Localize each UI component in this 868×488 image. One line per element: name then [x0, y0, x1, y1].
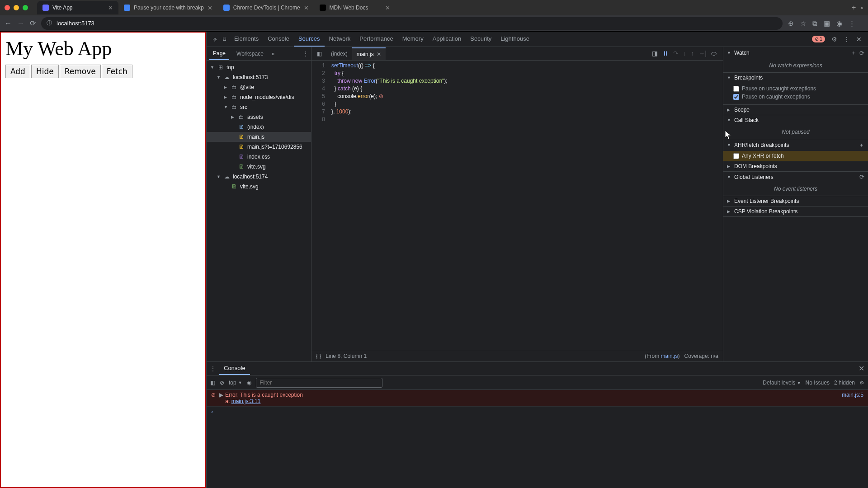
tree-row[interactable]: 🖹vite.svg: [207, 182, 311, 192]
reload-button[interactable]: ⟳: [30, 19, 36, 28]
panel-tab-application[interactable]: Application: [428, 32, 466, 47]
callstack-section-header[interactable]: ▼Call Stack: [723, 115, 868, 125]
xhr-breakpoints-header[interactable]: ▼XHR/fetch Breakpoints ＋: [723, 139, 868, 151]
step-into-button[interactable]: ↓: [683, 50, 686, 57]
close-devtools-icon[interactable]: ✕: [854, 33, 864, 46]
event-breakpoints-header[interactable]: ▶Event Listener Breakpoints: [723, 196, 868, 206]
step-out-button[interactable]: ↑: [691, 50, 694, 57]
step-button[interactable]: →|: [698, 50, 707, 57]
tree-row[interactable]: ▼🗀src: [207, 102, 311, 112]
tree-row[interactable]: ▼☁localhost:5174: [207, 172, 311, 182]
profile-icon[interactable]: ◉: [836, 19, 842, 28]
panel-tab-elements[interactable]: Elements: [230, 32, 263, 47]
toggle-navigator-icon[interactable]: ◧: [314, 51, 325, 57]
pause-uncaught-checkbox[interactable]: Pause on uncaught exceptions: [733, 84, 864, 93]
inspect-element-icon[interactable]: ⎆: [210, 33, 219, 46]
panel-tab-network[interactable]: Network: [325, 32, 355, 47]
tree-row[interactable]: 🖹index.css: [207, 152, 311, 162]
pretty-print-icon[interactable]: { }: [316, 353, 321, 359]
bookmark-icon[interactable]: ☆: [800, 19, 806, 28]
console-error-row[interactable]: ⊘ ▶Error: This is a caught exception at …: [207, 390, 868, 407]
tree-row[interactable]: 🖹vite.svg: [207, 162, 311, 172]
drawer-menu-icon[interactable]: ⋮: [210, 366, 216, 372]
new-tab-button[interactable]: +: [847, 4, 860, 12]
step-over-button[interactable]: ↷: [673, 50, 679, 57]
panel-tab-lighthouse[interactable]: Lighthouse: [496, 32, 534, 47]
close-tab-icon[interactable]: ✕: [108, 5, 113, 11]
tree-row[interactable]: 🖹main.js: [207, 132, 311, 142]
menu-icon[interactable]: ⋮: [849, 19, 855, 28]
panel-tab-performance[interactable]: Performance: [355, 32, 397, 47]
panel-tab-console[interactable]: Console: [263, 32, 294, 47]
live-expression-icon[interactable]: ◉: [247, 380, 251, 386]
scope-section-header[interactable]: ▶Scope: [723, 105, 868, 115]
panel-tab-sources[interactable]: Sources: [294, 32, 325, 47]
zoom-icon[interactable]: ⊕: [788, 19, 794, 28]
tree-row[interactable]: 🖹(index): [207, 122, 311, 132]
panel-tab-security[interactable]: Security: [466, 32, 496, 47]
editor-tab[interactable]: (index): [326, 47, 352, 60]
console-prompt[interactable]: ›: [207, 407, 868, 417]
clear-console-icon[interactable]: ⊘: [220, 380, 224, 386]
add-button[interactable]: Add: [5, 65, 30, 78]
console-tab[interactable]: Console: [219, 362, 250, 375]
refresh-watch-icon[interactable]: ⟳: [859, 50, 864, 56]
more-subtabs-icon[interactable]: »: [272, 51, 275, 57]
deactivate-breakpoints-button[interactable]: ⬭: [711, 50, 717, 57]
editor-tab[interactable]: main.js✕: [352, 47, 386, 60]
tree-row[interactable]: ▼⊞top: [207, 62, 311, 72]
stack-link[interactable]: main.js:3:11: [231, 398, 261, 404]
watch-section-header[interactable]: ▼Watch ＋ ⟳: [723, 47, 868, 59]
dom-breakpoints-header[interactable]: ▶DOM Breakpoints: [723, 161, 868, 171]
browser-tab[interactable]: Chrome DevTools | Chrome✕: [218, 1, 314, 14]
close-editor-tab-icon[interactable]: ✕: [377, 51, 381, 57]
address-bar[interactable]: ⓘ localhost:5173: [41, 17, 783, 30]
back-button[interactable]: ←: [5, 19, 12, 28]
close-tab-icon[interactable]: ✕: [304, 5, 309, 11]
sources-page-tab[interactable]: Page: [209, 47, 229, 60]
source-link[interactable]: main.js:5: [842, 392, 863, 398]
remove-button[interactable]: Remove: [60, 65, 101, 78]
close-tab-icon[interactable]: ✕: [208, 5, 212, 11]
close-drawer-icon[interactable]: ✕: [859, 364, 864, 373]
hide-button[interactable]: Hide: [31, 65, 59, 78]
browser-tab[interactable]: Pause your code with breakp✕: [118, 1, 218, 14]
sources-workspace-tab[interactable]: Workspace: [233, 48, 267, 60]
pause-script-button[interactable]: ⏸: [662, 50, 669, 57]
pause-caught-checkbox[interactable]: Pause on caught exceptions: [733, 93, 864, 101]
browser-tab[interactable]: MDN Web Docs✕: [314, 1, 396, 14]
forward-button[interactable]: →: [17, 19, 24, 28]
fetch-button[interactable]: Fetch: [102, 65, 132, 78]
panel-tab-memory[interactable]: Memory: [398, 32, 428, 47]
toggle-console-sidebar-icon[interactable]: ◧: [210, 380, 215, 386]
source-origin-link[interactable]: main.js: [661, 353, 678, 359]
tree-row[interactable]: ▶🗀@vite: [207, 82, 311, 92]
more-icon[interactable]: ⋮: [841, 33, 853, 46]
minimize-window-button[interactable]: [14, 5, 19, 10]
refresh-listeners-icon[interactable]: ⟳: [859, 174, 864, 180]
navigator-menu-icon[interactable]: ⋮: [303, 51, 308, 57]
tree-row[interactable]: 🖹main.js?t=1710692856: [207, 142, 311, 152]
add-xhr-breakpoint-icon[interactable]: ＋: [859, 141, 864, 149]
console-filter-input[interactable]: [256, 378, 382, 388]
browser-tab[interactable]: Vite App✕: [37, 1, 118, 14]
any-xhr-checkbox[interactable]: Any XHR or fetch: [723, 151, 868, 161]
issues-button[interactable]: No Issues: [806, 380, 830, 386]
tree-row[interactable]: ▶🗀assets: [207, 112, 311, 122]
close-tab-icon[interactable]: ✕: [385, 5, 390, 11]
execution-context-selector[interactable]: top ▼: [229, 380, 242, 386]
tree-row[interactable]: ▼☁localhost:5173: [207, 72, 311, 82]
file-tree[interactable]: ▼⊞top▼☁localhost:5173▶🗀@vite▶🗀node_modul…: [207, 61, 311, 361]
tree-row[interactable]: ▶🗀node_modules/vite/dis: [207, 92, 311, 102]
code-editor[interactable]: 12345678 setTimeout(() => { try { throw …: [311, 61, 723, 350]
breakpoints-section-header[interactable]: ▼Breakpoints: [723, 73, 868, 83]
settings-icon[interactable]: ⚙: [829, 33, 840, 46]
add-watch-icon[interactable]: ＋: [851, 49, 857, 57]
log-levels-selector[interactable]: Default levels ▼: [763, 380, 801, 386]
hidden-count[interactable]: 2 hidden: [834, 380, 855, 386]
device-toolbar-icon[interactable]: ⌑: [220, 33, 229, 46]
console-settings-icon[interactable]: ⚙: [859, 380, 864, 386]
side-panel-icon[interactable]: ▣: [824, 19, 830, 28]
csp-breakpoints-header[interactable]: ▶CSP Violation Breakpoints: [723, 206, 868, 216]
toggle-debugger-pane-icon[interactable]: ◨: [652, 50, 658, 57]
